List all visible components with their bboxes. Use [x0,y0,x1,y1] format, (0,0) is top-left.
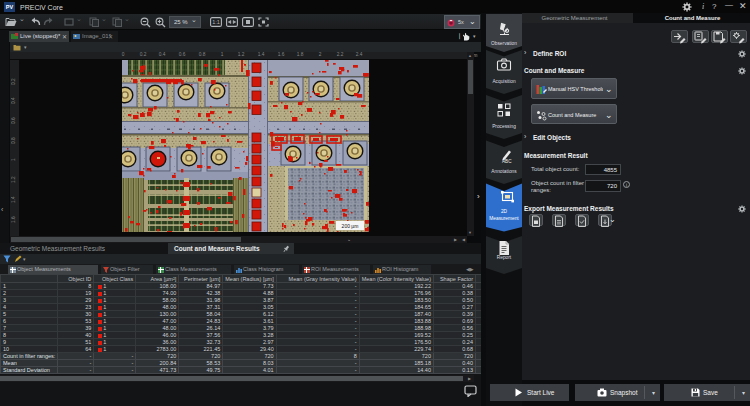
svg-text:200 µm: 200 µm [342,223,359,229]
svg-text:1:1: 1:1 [212,19,220,25]
svg-text:ABC: ABC [502,159,512,164]
